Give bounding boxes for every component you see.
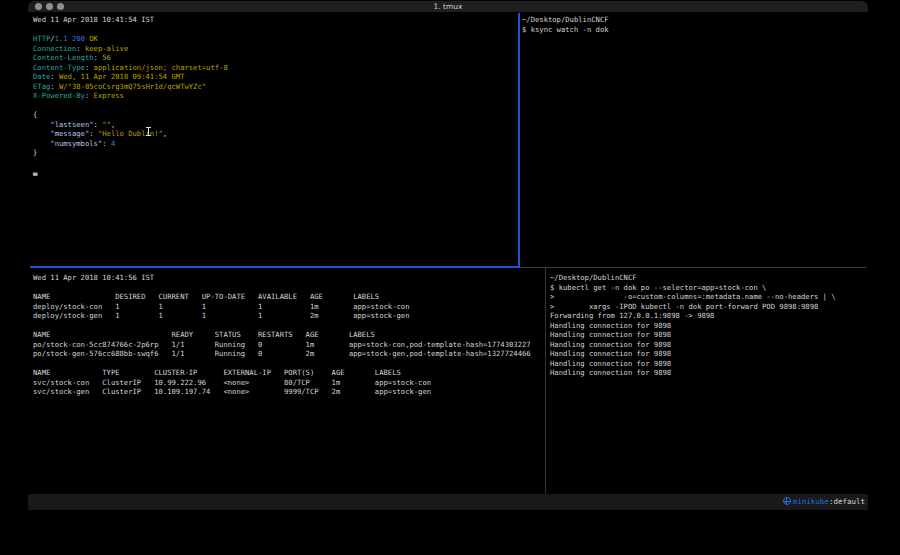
terminal-line: ~/Desktop/DublinCNCF [522,15,868,25]
kube-context-name: minikube [793,497,829,506]
terminal-line: ETag: W/"38-05coCsrg3mQ75sHr1d/qcWTwYZc" [33,82,522,92]
terminal-line: "numsymbols": 4 [33,139,522,149]
terminal-line: Handling connection for 9898 [550,321,868,331]
terminal-line: NAME TYPE CLUSTER-IP EXTERNAL-IP PORT(S)… [33,368,549,378]
window-title: 1. tmux [28,2,868,11]
terminal-line: Content-Length: 56 [33,53,522,63]
terminal-line: { [33,110,522,120]
tmux-status-bar: demo0:bash* minikube:default [28,494,868,510]
terminal-line: Handling connection for 9898 [550,368,868,378]
terminal-line: deploy/stock-gen 1 1 1 1 2m app=stock-ge… [33,311,549,321]
terminal-line: Wed 11 Apr 2018 10:41:56 IST [33,273,549,283]
terminal-line: po/stock-con-5cc874766c-2p6rp 1/1 Runnin… [33,340,549,350]
terminal-line: ▃ [33,167,522,177]
pane-port-forward[interactable]: ~/Desktop/DublinCNCF$ kubectl get -n dok… [547,269,868,498]
terminal-line: "message": "Hello Dublin!", [33,129,522,139]
terminal-line: NAME DESIRED CURRENT UP-TO-DATE AVAILABL… [33,292,549,302]
terminal-line: ~/Desktop/DublinCNCF [550,273,868,283]
terminal-line: Wed 11 Apr 2018 10:41:54 IST [33,15,522,25]
terminal-line: Date: Wed, 11 Apr 2018 09:41:54 GMT [33,72,522,82]
status-right-context: minikube:default [783,494,865,510]
title-bar[interactable]: 1. tmux [28,1,868,12]
terminal-line: deploy/stock-con 1 1 1 1 1m app=stock-co… [33,302,549,312]
pane-divider-horizontal-left-active[interactable] [30,266,520,268]
terminal-line: Handling connection for 9898 [550,349,868,359]
terminal-line [33,101,522,111]
terminal-line: po/stock-gen-576cc688bb-swqf6 1/1 Runnin… [33,349,549,359]
kubernetes-helm-icon [783,497,791,505]
terminal-line: NAME READY STATUS RESTARTS AGE LABELS [33,330,549,340]
terminal-line: svc/stock-gen ClusterIP 10.109.197.74 <n… [33,387,549,397]
pane-kubectl-get[interactable]: Wed 11 Apr 2018 10:41:56 IST NAME DESIRE… [28,269,549,498]
terminal-line: Connection: keep-alive [33,44,522,54]
mouse-ibeam-cursor [146,126,151,137]
terminal-line: "lastseen": "", [33,120,522,130]
terminal-line: > -o=custom-columns=:metadata.name --no-… [550,292,868,302]
pane-divider-horizontal-right[interactable] [520,267,866,268]
pane-ksync-watch[interactable]: ~/Desktop/DublinCNCF$ ksync watch -n dok [520,13,868,269]
terminal-line: HTTP/1.1 200 OK [33,34,522,44]
pane-divider-vertical-top-active[interactable] [518,13,520,268]
terminal-line: $ kubectl get -n dok po --selector=app=s… [550,283,868,293]
tmux-terminal: Wed 11 Apr 2018 10:41:54 IST HTTP/1.1 20… [28,13,868,494]
terminal-line: > xargs -IPOD kubectl -n dok port-forwar… [550,302,868,312]
terminal-line: X-Powered-By: Express [33,91,522,101]
pane-http-response[interactable]: Wed 11 Apr 2018 10:41:54 IST HTTP/1.1 20… [28,13,522,269]
terminal-line [33,283,549,293]
pane-divider-vertical-bottom[interactable] [545,268,546,494]
terminal-line: Handling connection for 9898 [550,340,868,350]
terminal-line: } [33,148,522,158]
terminal-line: Forwarding from 127.0.0.1:9898 -> 9898 [550,311,868,321]
terminal-line: Content-Type: application/json; charset=… [33,63,522,73]
terminal-line: svc/stock-con ClusterIP 10.99.222.96 <no… [33,378,549,388]
terminal-line [33,321,549,331]
terminal-line [33,25,522,35]
terminal-line: $ ksync watch -n dok [522,25,868,35]
terminal-line: Handling connection for 9898 [550,330,868,340]
terminal-line: Handling connection for 9898 [550,359,868,369]
terminal-line [33,158,522,168]
kube-namespace: :default [829,497,865,506]
terminal-window: 1. tmux Wed 11 Apr 2018 10:41:54 IST HTT… [28,1,868,510]
terminal-line [33,359,549,369]
